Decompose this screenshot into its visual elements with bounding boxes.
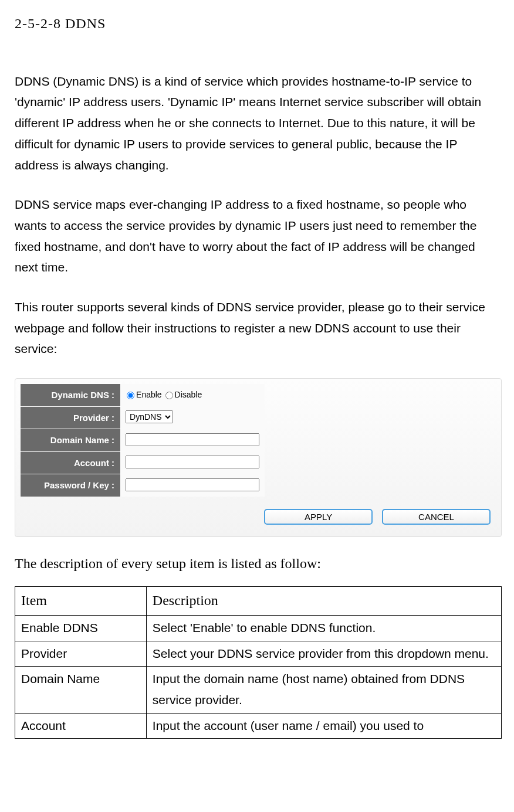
cell-desc: Select your DDNS service provider from t… — [146, 641, 501, 667]
table-row: Account Input the account (user name / e… — [15, 713, 502, 739]
password-input[interactable] — [126, 478, 259, 491]
cell-item: Domain Name — [15, 667, 147, 713]
table-row: Provider Select your DDNS service provid… — [15, 641, 502, 667]
label-domain-name: Domain Name : — [21, 429, 121, 452]
cell-desc: Input the domain name (host name) obtain… — [146, 667, 501, 713]
section-heading: 2-5-2-8 DDNS — [15, 12, 502, 36]
radio-enable-label: Enable — [136, 390, 162, 399]
cell-desc: Input the account (user name / email) yo… — [146, 713, 501, 739]
cell-item: Account — [15, 713, 147, 739]
header-description: Description — [146, 587, 501, 616]
label-provider: Provider : — [21, 406, 121, 429]
cancel-button[interactable]: CANCEL — [382, 509, 491, 525]
apply-button[interactable]: APPLY — [264, 509, 373, 525]
radio-enable[interactable] — [127, 392, 134, 399]
table-row: Domain Name Input the domain name (host … — [15, 667, 502, 713]
cell-item: Enable DDNS — [15, 615, 147, 641]
paragraph-2: DDNS service maps ever-changing IP addre… — [15, 194, 502, 278]
provider-select[interactable]: DynDNS — [126, 410, 173, 423]
description-table: Item Description Enable DDNS Select 'Ena… — [15, 586, 502, 739]
paragraph-3: This router supports several kinds of DD… — [15, 297, 502, 359]
label-account: Account : — [21, 451, 121, 474]
ddns-form-panel: Dynamic DNS : Enable Disable Provider : … — [15, 378, 502, 537]
form-table: Dynamic DNS : Enable Disable Provider : … — [20, 383, 265, 497]
label-dynamic-dns: Dynamic DNS : — [21, 384, 121, 407]
paragraph-1: DDNS (Dynamic DNS) is a kind of service … — [15, 71, 502, 175]
label-password: Password / Key : — [21, 474, 121, 497]
radio-disable[interactable] — [165, 392, 173, 399]
account-input[interactable] — [126, 456, 259, 468]
header-item: Item — [15, 587, 147, 616]
table-row: Enable DDNS Select 'Enable' to enable DD… — [15, 615, 502, 641]
table-caption: The description of every setup item is l… — [15, 552, 502, 576]
cell-item: Provider — [15, 641, 147, 667]
cell-desc: Select 'Enable' to enable DDNS function. — [146, 615, 501, 641]
radio-disable-label: Disable — [175, 390, 202, 399]
domain-name-input[interactable] — [126, 433, 259, 446]
button-row: APPLY CANCEL — [15, 497, 501, 537]
